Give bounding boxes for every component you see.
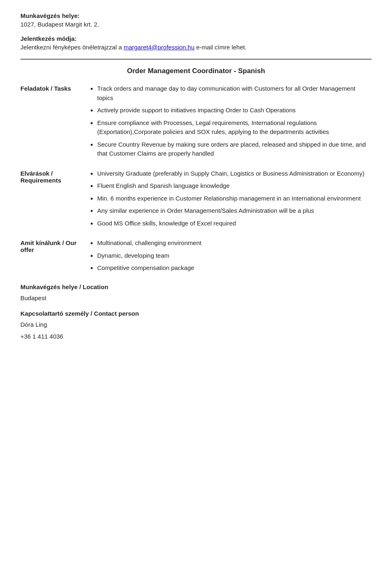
tasks-ul: Track orders and manage day to day commu… <box>86 84 372 158</box>
location-value: Budapest <box>20 294 372 303</box>
list-item: Any similar experience in Order Manageme… <box>97 206 372 216</box>
job-title: Order Management Coordinator - Spanish <box>20 67 372 75</box>
requirements-section: Elvárások / Requirements University Grad… <box>20 169 372 232</box>
list-item: Ensure compliance with Processes, Legal … <box>97 118 372 137</box>
offer-ul: Multinational, challenging environment D… <box>86 239 372 273</box>
list-item: Min. 6 months experience in Customer Rel… <box>97 194 372 203</box>
list-item: Secure Country Revenue by making sure or… <box>97 140 372 158</box>
list-item: Multinational, challenging environment <box>97 239 372 248</box>
requirements-ul: University Graduate (preferably in Suppl… <box>86 169 372 228</box>
divider <box>20 59 372 60</box>
tasks-heading: Feladatok / Tasks <box>20 84 86 162</box>
list-item: Actively provide support to initiatives … <box>97 106 372 115</box>
contact-phone: +36 1 411 4036 <box>20 332 372 341</box>
list-item: Competitive compensation package <box>97 263 372 273</box>
location-section: Munkavégzés helye / Location Budapest <box>20 283 372 303</box>
list-item: University Graduate (preferably in Suppl… <box>97 169 372 178</box>
workplace-section: Munkavégzés helye: 1027, Budapest Margit… <box>20 12 372 28</box>
application-label: Jelentkezés módja: <box>20 35 372 42</box>
offer-heading: Amit kínálunk / Our offer <box>20 239 86 276</box>
tasks-section: Feladatok / Tasks Track orders and manag… <box>20 84 372 162</box>
location-heading: Munkavégzés helye / Location <box>20 283 372 290</box>
contact-heading: Kapcsolattartó személy / Contact person <box>20 310 372 317</box>
application-value: Jelentkezni fényképes önéletrajzzal a ma… <box>20 44 372 51</box>
workplace-value: 1027, Budapest Margit krt. 2. <box>20 21 372 28</box>
requirements-list: University Graduate (preferably in Suppl… <box>86 169 372 232</box>
application-suffix-text: e-mail címre lehet. <box>196 44 246 51</box>
application-text: Jelentkezni fényképes önéletrajzzal a <box>20 44 122 51</box>
list-item: Fluent English and Spanish language know… <box>97 181 372 191</box>
list-item: Dynamic, developing team <box>97 251 372 261</box>
list-item: Good MS Office skills, knowledge of Exce… <box>97 219 372 228</box>
workplace-label: Munkavégzés helye: <box>20 12 372 19</box>
contact-name: Dóra Ling <box>20 320 372 330</box>
requirements-heading: Elvárások / Requirements <box>20 169 86 232</box>
email-link[interactable]: margaret4@profession.hu <box>124 44 195 51</box>
application-section: Jelentkezés módja: Jelentkezni fényképes… <box>20 35 372 51</box>
offer-section: Amit kínálunk / Our offer Multinational,… <box>20 239 372 276</box>
list-item: Track orders and manage day to day commu… <box>97 84 372 103</box>
offer-list: Multinational, challenging environment D… <box>86 239 372 276</box>
tasks-list: Track orders and manage day to day commu… <box>86 84 372 162</box>
contact-section: Kapcsolattartó személy / Contact person … <box>20 310 372 341</box>
